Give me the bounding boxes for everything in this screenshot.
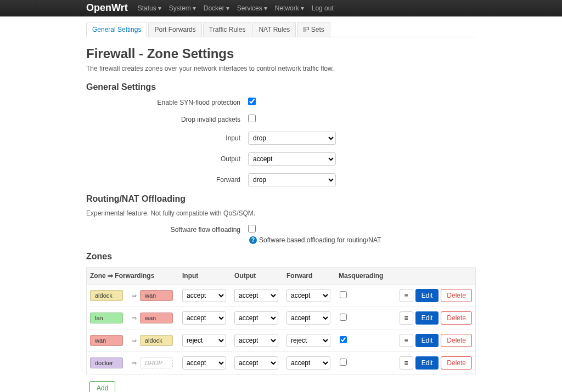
info-icon: ? xyxy=(249,236,257,244)
tab-port-forwards[interactable]: Port Forwards xyxy=(148,22,201,37)
zone-row: docker⇒DROPacceptrejectdropacceptrejectd… xyxy=(87,352,475,374)
input-select[interactable]: dropacceptreject xyxy=(248,132,336,145)
nav-log-out[interactable]: Log out xyxy=(312,4,334,12)
chevron-down-icon: ▾ xyxy=(193,4,196,12)
arrow-icon: ⇒ xyxy=(132,360,137,367)
masquerading-checkbox[interactable] xyxy=(340,359,347,366)
zone-input-select[interactable]: acceptrejectdrop xyxy=(182,356,226,370)
reorder-icon[interactable]: ≡ xyxy=(400,356,413,370)
nav-status[interactable]: Status▾ xyxy=(138,4,161,12)
top-navbar: OpenWrt Status▾System▾Docker▾Services▾Ne… xyxy=(0,0,562,16)
zone-output-select[interactable]: acceptrejectdrop xyxy=(234,311,278,325)
zone-badge-from: docker xyxy=(90,357,123,368)
page-title: Firewall - Zone Settings xyxy=(86,46,476,61)
delete-button[interactable]: Delete xyxy=(441,356,472,370)
tab-bar: General SettingsPort ForwardsTraffic Rul… xyxy=(86,22,476,37)
chevron-down-icon: ▾ xyxy=(301,4,304,12)
input-label: Input xyxy=(86,134,248,142)
zone-forward-select[interactable]: acceptrejectdrop xyxy=(286,356,330,370)
add-button[interactable]: Add xyxy=(89,381,115,392)
zone-badge-to: aldock xyxy=(140,335,173,346)
masquerading-checkbox[interactable] xyxy=(340,291,347,298)
software-offload-help: Software based offloading for routing/NA… xyxy=(259,236,381,244)
col-output-header: Output xyxy=(234,272,286,280)
zone-badge-from: lan xyxy=(90,313,123,323)
col-input-header: Input xyxy=(182,272,234,280)
syn-flood-label: Enable SYN-flood protection xyxy=(86,99,248,106)
zone-badge-from: aldock xyxy=(90,290,123,301)
brand[interactable]: OpenWrt xyxy=(86,2,128,14)
drop-invalid-checkbox[interactable] xyxy=(248,115,256,122)
zone-badge-to: wan xyxy=(140,290,173,301)
zone-input-select[interactable]: acceptrejectdrop xyxy=(182,334,226,347)
col-forward-header: Forward xyxy=(286,272,339,280)
masquerading-checkbox[interactable] xyxy=(340,336,347,343)
output-select[interactable]: dropacceptreject xyxy=(248,152,336,166)
edit-button[interactable]: Edit xyxy=(415,356,439,370)
tab-traffic-rules[interactable]: Traffic Rules xyxy=(203,22,252,37)
edit-button[interactable]: Edit xyxy=(415,289,439,302)
masquerading-checkbox[interactable] xyxy=(340,314,347,321)
delete-button[interactable]: Delete xyxy=(441,334,472,347)
chevron-down-icon: ▾ xyxy=(264,4,267,12)
reorder-icon[interactable]: ≡ xyxy=(400,311,413,325)
offloading-description: Experimental feature. Not fully compatib… xyxy=(86,209,476,217)
zone-input-select[interactable]: acceptrejectdrop xyxy=(182,311,226,325)
zone-input-select[interactable]: acceptrejectdrop xyxy=(182,289,226,302)
software-offload-label: Software flow offloading xyxy=(86,226,248,234)
reorder-icon[interactable]: ≡ xyxy=(400,334,413,347)
zone-row: lan⇒wanacceptrejectdropacceptrejectdropa… xyxy=(87,307,475,329)
zone-output-select[interactable]: acceptrejectdrop xyxy=(234,356,278,370)
delete-button[interactable]: Delete xyxy=(441,311,472,325)
zones-heading: Zones xyxy=(86,252,476,262)
drop-invalid-label: Drop invalid packets xyxy=(86,116,248,123)
arrow-icon: ⇒ xyxy=(132,315,137,322)
chevron-down-icon: ▾ xyxy=(226,4,229,12)
zone-forward-select[interactable]: acceptrejectdrop xyxy=(286,334,330,347)
reorder-icon[interactable]: ≡ xyxy=(400,289,413,302)
forward-select[interactable]: dropacceptreject xyxy=(248,173,336,186)
zones-table: Zone ⇒ Forwardings Input Output Forward … xyxy=(86,267,476,374)
nav-docker[interactable]: Docker▾ xyxy=(204,4,229,12)
zone-row: aldock⇒wanacceptrejectdropacceptrejectdr… xyxy=(87,285,475,307)
tab-nat-rules[interactable]: NAT Rules xyxy=(252,22,296,37)
zone-output-select[interactable]: acceptrejectdrop xyxy=(234,334,278,347)
delete-button[interactable]: Delete xyxy=(441,289,472,302)
software-offload-checkbox[interactable] xyxy=(248,225,256,232)
zone-row: wan⇒aldockacceptrejectdropacceptrejectdr… xyxy=(87,329,475,352)
tab-ip-sets[interactable]: IP Sets xyxy=(297,22,330,37)
zone-badge-to: wan xyxy=(140,313,173,323)
offloading-heading: Routing/NAT Offloading xyxy=(86,194,476,204)
edit-button[interactable]: Edit xyxy=(415,311,439,325)
edit-button[interactable]: Edit xyxy=(415,334,439,347)
arrow-icon: ⇒ xyxy=(132,292,137,299)
tab-general-settings[interactable]: General Settings xyxy=(86,22,147,37)
nav-services[interactable]: Services▾ xyxy=(237,4,267,12)
zone-badge-from: wan xyxy=(90,335,123,346)
zone-forward-select[interactable]: acceptrejectdrop xyxy=(286,289,330,302)
arrow-icon: ⇒ xyxy=(132,337,137,344)
forward-label: Forward xyxy=(86,176,248,184)
nav-system[interactable]: System▾ xyxy=(169,4,196,12)
chevron-down-icon: ▾ xyxy=(158,4,161,12)
zone-forward-select[interactable]: acceptrejectdrop xyxy=(286,311,330,325)
zone-badge-to: DROP xyxy=(140,357,173,368)
zone-output-select[interactable]: acceptrejectdrop xyxy=(234,289,278,302)
col-masq-header: Masquerading xyxy=(339,272,374,280)
syn-flood-checkbox[interactable] xyxy=(248,98,256,105)
output-label: Output xyxy=(86,155,248,163)
nav-network[interactable]: Network▾ xyxy=(275,4,304,12)
general-settings-heading: General Settings xyxy=(86,82,476,92)
col-zone-header: Zone ⇒ Forwardings xyxy=(90,272,182,280)
page-description: The firewall creates zones over your net… xyxy=(86,65,476,72)
